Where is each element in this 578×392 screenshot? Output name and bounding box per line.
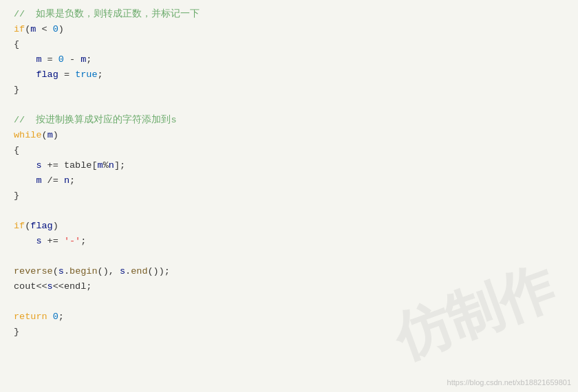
code-line: return 0; [14,309,564,325]
code-line: cout<<s<<endl; [14,279,564,294]
code-line: if(flag) [14,219,564,234]
code-line: if(m < 0) [14,22,564,37]
code-line: } [14,188,564,204]
code-line: s += '-'; [14,234,564,249]
watermark-url: https://blog.csdn.net/xb18821659801 [447,378,571,386]
code-line [14,204,564,219]
code-line: flag = true; [14,67,564,83]
code-line: m /= n; [14,173,564,188]
code-line [14,98,564,113]
code-line: } [14,325,564,340]
code-line: { [14,143,564,158]
code-line [14,249,564,264]
code-line: m = 0 - m; [14,52,564,67]
code-line: } [14,83,564,98]
code-line: // 按进制换算成对应的字符添加到s [14,113,564,128]
code-line: reverse(s.begin(), s.end()); [14,264,564,279]
code-line: while(m) [14,128,564,143]
code-editor: // 如果是负数，则转成正数，并标记一下if(m < 0){ m = 0 - m… [0,0,578,392]
code-line: // 如果是负数，则转成正数，并标记一下 [14,7,564,22]
code-line [14,294,564,309]
code-line: s += table[m%n]; [14,158,564,173]
code-line: { [14,37,564,52]
